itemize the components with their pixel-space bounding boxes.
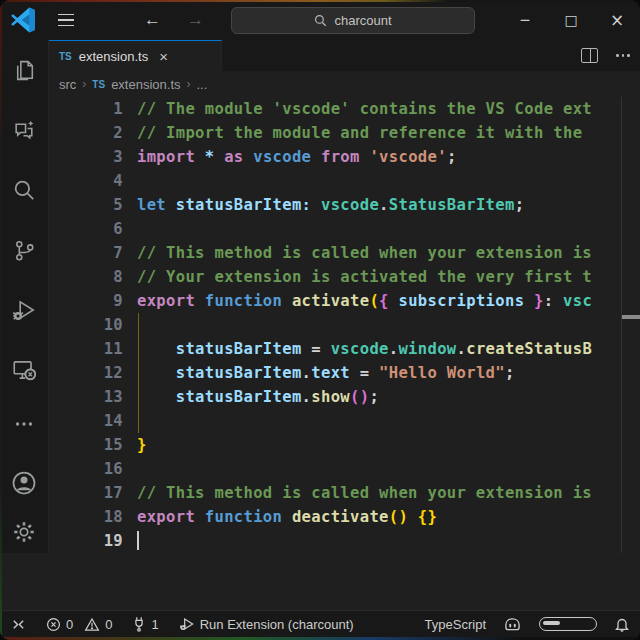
navigate-forward-button[interactable]: →	[181, 0, 210, 40]
ports-status[interactable]: 1	[132, 616, 158, 632]
warning-icon	[84, 617, 100, 632]
problems-status[interactable]: 0 0	[46, 617, 112, 632]
code-line[interactable]: 7// This method is called when your exte…	[49, 241, 640, 265]
code-text: export function activate({ subscriptions…	[123, 289, 640, 313]
close-button[interactable]: ×	[594, 0, 640, 40]
typescript-file-icon: TS	[92, 79, 105, 90]
code-line[interactable]: 17// This method is called when your ext…	[49, 481, 640, 505]
line-number: 13	[49, 385, 123, 409]
line-number: 16	[49, 457, 123, 481]
vscode-logo-icon	[10, 7, 36, 33]
more-views-icon[interactable]	[0, 400, 48, 448]
search-value: charcount	[334, 13, 391, 28]
notifications-status[interactable]	[614, 616, 630, 633]
code-text: statusBarItem.show();	[123, 385, 640, 409]
chevron-right-icon: ›	[187, 77, 191, 91]
window-top-edge	[0, 0, 640, 2]
line-number: 15	[49, 433, 123, 457]
navigate-back-button[interactable]: ←	[138, 0, 167, 40]
code-line[interactable]: 15}	[49, 433, 640, 457]
line-number: 2	[49, 121, 123, 145]
code-line[interactable]: 16	[49, 457, 640, 481]
code-text: // This method is called when your exten…	[123, 481, 640, 505]
code-line[interactable]: 19	[49, 529, 640, 553]
code-text	[123, 169, 640, 193]
line-number: 7	[49, 241, 123, 265]
minimize-button[interactable]: ─	[502, 0, 548, 40]
account-icon[interactable]	[10, 469, 38, 497]
split-editor-icon[interactable]	[581, 48, 598, 63]
progress-pill	[539, 617, 597, 631]
menu-hamburger-icon[interactable]	[58, 14, 74, 27]
chat-icon[interactable]	[0, 100, 48, 160]
code-text	[123, 217, 640, 241]
error-icon	[46, 617, 61, 632]
code-line[interactable]: 6	[49, 217, 640, 241]
code-text	[123, 529, 640, 553]
code-line[interactable]: 4	[49, 169, 640, 193]
tab-label: extension.ts	[79, 49, 148, 64]
remote-indicator[interactable]	[10, 617, 26, 632]
title-bar: ← → charcount ─ □ ×	[0, 0, 640, 40]
ports-count: 1	[151, 617, 158, 632]
line-number: 19	[49, 529, 123, 553]
status-bar: 0 0 1	[0, 610, 640, 637]
code-editor[interactable]: 1// The module 'vscode' contains the VS …	[49, 97, 640, 553]
code-text	[123, 409, 640, 433]
editor-more-actions-icon[interactable]	[616, 54, 630, 57]
tab-extension-ts[interactable]: TS extension.ts ×	[49, 40, 222, 71]
language-label: TypeScript	[425, 617, 486, 632]
language-mode[interactable]: TypeScript	[425, 617, 486, 632]
typescript-file-icon: TS	[59, 51, 72, 62]
code-line[interactable]: 3import * as vscode from 'vscode';	[49, 145, 640, 169]
ports-plug-icon	[132, 616, 146, 632]
maximize-button[interactable]: □	[548, 0, 594, 40]
code-line[interactable]: 18export function deactivate() {}	[49, 505, 640, 529]
window-controls: ─ □ ×	[502, 0, 640, 40]
settings-gear-icon[interactable]	[11, 519, 37, 545]
code-text: // Your extension is activated the very …	[123, 265, 640, 289]
remote-explorer-icon[interactable]	[0, 340, 48, 400]
error-count: 0	[66, 617, 73, 632]
code-line[interactable]: 1// The module 'vscode' contains the VS …	[49, 97, 640, 121]
command-center-search[interactable]: charcount	[231, 7, 475, 34]
copilot-status[interactable]	[503, 616, 522, 633]
code-line[interactable]: 2// Import the module and reference it w…	[49, 121, 640, 145]
explorer-icon[interactable]	[0, 40, 48, 100]
code-text: // This method is called when your exten…	[123, 241, 640, 265]
debug-run-status[interactable]: Run Extension (charcount)	[179, 616, 354, 632]
code-text: statusBarItem = vscode.window.createStat…	[123, 337, 640, 361]
line-number: 12	[49, 361, 123, 385]
overview-ruler-marker	[622, 315, 640, 319]
code-line[interactable]: 9export function activate({ subscription…	[49, 289, 640, 313]
line-number: 14	[49, 409, 123, 433]
line-number: 11	[49, 337, 123, 361]
line-number: 3	[49, 145, 123, 169]
bell-icon	[614, 616, 630, 633]
breadcrumb: src › TS extension.ts › ...	[49, 71, 640, 97]
code-text: statusBarItem.text = "Hello World";	[123, 361, 640, 385]
source-control-icon[interactable]	[0, 220, 48, 280]
scrollbar-track[interactable]	[621, 97, 622, 553]
search-sidebar-icon[interactable]	[0, 160, 48, 220]
code-text: // The module 'vscode' contains the VS C…	[123, 97, 640, 121]
run-debug-icon[interactable]	[0, 280, 48, 340]
indent-guide	[138, 313, 139, 433]
breadcrumb-src[interactable]: src	[59, 77, 76, 92]
line-number: 8	[49, 265, 123, 289]
line-number: 1	[49, 97, 123, 121]
text-cursor	[137, 531, 139, 550]
line-number: 5	[49, 193, 123, 217]
code-line[interactable]: 8// Your extension is activated the very…	[49, 265, 640, 289]
chevron-right-icon: ›	[82, 77, 86, 91]
language-status-progress[interactable]	[539, 617, 597, 631]
code-text: // Import the module and reference it wi…	[123, 121, 640, 145]
breadcrumb-file[interactable]: extension.ts	[111, 77, 180, 92]
breadcrumb-symbol[interactable]: ...	[197, 77, 208, 92]
code-line[interactable]: 5let statusBarItem: vscode.StatusBarItem…	[49, 193, 640, 217]
activity-bar	[0, 40, 49, 553]
window-left-edge	[0, 0, 2, 640]
tab-close-icon[interactable]: ×	[159, 48, 168, 65]
code-text: import * as vscode from 'vscode';	[123, 145, 640, 169]
line-number: 10	[49, 313, 123, 337]
